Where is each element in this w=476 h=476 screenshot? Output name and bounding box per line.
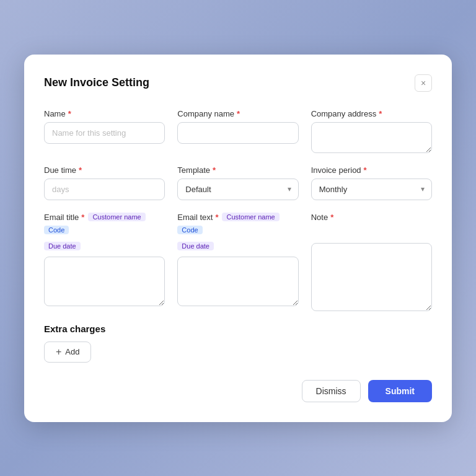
submit-button[interactable]: Submit [368, 380, 432, 402]
extra-charges-title: Extra charges [44, 324, 432, 334]
note-field-group: Note * [311, 213, 432, 311]
company-name-label: Company name * [177, 109, 298, 118]
template-select[interactable]: Default Custom Standard [177, 178, 298, 200]
company-name-field-group: Company name * [177, 109, 298, 153]
email-title-label: Email title * [44, 213, 84, 222]
name-label: Name * [44, 109, 165, 118]
name-field-group: Name * [44, 109, 165, 153]
due-time-input[interactable] [44, 178, 165, 200]
modal-header: New Invoice Setting × [44, 74, 432, 92]
name-required: * [68, 109, 71, 118]
note-required: * [330, 213, 333, 222]
invoice-period-required: * [364, 165, 367, 175]
modal-footer: Dismiss Submit [44, 380, 432, 402]
form-row-3: Email title * Customer name Code Due dat… [44, 213, 432, 311]
template-select-wrapper: Default Custom Standard ▾ [177, 178, 298, 200]
add-label: Add [65, 347, 79, 356]
form-row-2: Due time * Template * Default Custom Sta… [44, 165, 432, 200]
email-text-input[interactable] [177, 257, 298, 306]
due-time-field-group: Due time * [44, 165, 165, 200]
email-title-customer-name-tag[interactable]: Customer name [88, 213, 145, 221]
company-name-input[interactable] [177, 122, 298, 144]
dismiss-button[interactable]: Dismiss [302, 380, 361, 402]
email-title-label-row: Email title * Customer name Code [44, 213, 165, 234]
note-label: Note * [311, 213, 432, 222]
email-title-required: * [81, 213, 84, 222]
name-input[interactable] [44, 122, 165, 144]
email-text-label-row: Email text * Customer name Code [177, 213, 298, 234]
new-invoice-modal: New Invoice Setting × Name * Company nam… [24, 55, 452, 422]
invoice-period-field-group: Invoice period * Monthly Weekly Yearly D… [311, 165, 432, 200]
add-button[interactable]: + Add [44, 342, 91, 363]
invoice-period-select[interactable]: Monthly Weekly Yearly Daily [311, 178, 432, 200]
due-time-required: * [79, 165, 82, 175]
template-field-group: Template * Default Custom Standard ▾ [177, 165, 298, 200]
company-address-input[interactable] [311, 122, 432, 153]
email-title-field-group: Email title * Customer name Code Due dat… [44, 213, 165, 311]
close-icon: × [421, 78, 426, 88]
email-text-customer-name-tag[interactable]: Customer name [222, 213, 279, 221]
company-address-field-group: Company address * [311, 109, 432, 153]
modal-overlay: New Invoice Setting × Name * Company nam… [0, 0, 476, 476]
company-address-required: * [379, 109, 382, 118]
company-address-label: Company address * [311, 109, 432, 118]
note-input[interactable] [311, 243, 432, 311]
email-text-code-tag[interactable]: Code [177, 226, 202, 234]
due-time-label: Due time * [44, 165, 165, 175]
email-text-due-date-tag[interactable]: Due date [177, 242, 214, 250]
invoice-period-label: Invoice period * [311, 165, 432, 175]
template-label: Template * [177, 165, 298, 175]
modal-title: New Invoice Setting [44, 76, 149, 89]
close-button[interactable]: × [415, 74, 432, 92]
email-text-required: * [215, 213, 218, 222]
email-title-input[interactable] [44, 257, 165, 306]
email-text-label: Email text * [177, 213, 218, 222]
form-row-1: Name * Company name * Company address * [44, 109, 432, 153]
email-title-due-date-tag[interactable]: Due date [44, 242, 81, 250]
email-title-code-tag[interactable]: Code [44, 226, 69, 234]
template-required: * [213, 165, 216, 175]
invoice-period-select-wrapper: Monthly Weekly Yearly Daily ▾ [311, 178, 432, 200]
company-name-required: * [237, 109, 240, 118]
email-text-field-group: Email text * Customer name Code Due date [177, 213, 298, 311]
extra-charges-section: Extra charges + Add [44, 324, 432, 363]
plus-icon: + [56, 347, 61, 357]
